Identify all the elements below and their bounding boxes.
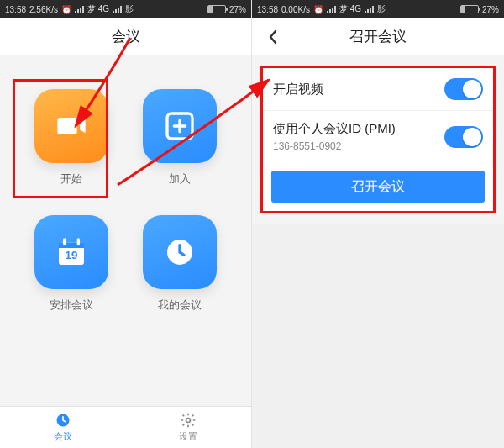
svg-text:19: 19 xyxy=(65,249,77,261)
tile-start[interactable]: 开始 xyxy=(34,89,108,187)
tile-schedule[interactable]: 19 安排会议 xyxy=(34,215,108,313)
svg-rect-3 xyxy=(63,238,66,245)
screen-start-meeting: 13:58 0.00K/s ⏰ 梦 4G 影 27% 召开会议 开启视频 使用个… xyxy=(252,0,504,448)
empty-area xyxy=(252,224,504,448)
bottom-tabs: 会议 设置 xyxy=(0,406,251,448)
clock-icon xyxy=(55,412,71,429)
tab-settings-label: 设置 xyxy=(179,430,197,443)
toggle-pmi[interactable] xyxy=(444,126,483,148)
status-net2: 影 xyxy=(377,3,386,15)
status-time: 13:58 xyxy=(257,5,278,14)
tile-mine[interactable]: 我的会议 xyxy=(143,215,217,313)
row-pmi: 使用个人会议ID (PMI) 136-8551-0902 xyxy=(263,111,493,162)
tile-start-box xyxy=(34,89,108,163)
screen-meetings: 13:58 2.56K/s ⏰ 梦 4G 影 27% 会议 开始 加入 xyxy=(0,0,252,448)
svg-rect-4 xyxy=(76,238,79,245)
page-title: 召开会议 xyxy=(349,27,407,46)
signal-icon xyxy=(75,6,84,13)
video-icon xyxy=(55,109,88,143)
status-net2: 影 xyxy=(125,3,134,15)
status-battery: 27% xyxy=(229,5,246,14)
tile-join[interactable]: 加入 xyxy=(143,89,217,187)
row-video: 开启视频 xyxy=(263,68,493,111)
status-time: 13:58 xyxy=(5,5,26,14)
status-net1: 梦 4G xyxy=(87,3,109,15)
status-speed: 2.56K/s xyxy=(29,5,58,14)
battery-icon xyxy=(460,5,479,13)
toggle-video[interactable] xyxy=(444,78,483,100)
gear-icon xyxy=(180,412,197,429)
clock-icon xyxy=(163,235,197,269)
status-speed: 0.00K/s xyxy=(281,5,310,14)
tile-join-box xyxy=(143,89,217,163)
calendar-icon: 19 xyxy=(55,235,88,269)
row-pmi-value: 136-8551-0902 xyxy=(273,140,396,152)
tile-join-label: 加入 xyxy=(169,171,191,187)
battery-icon xyxy=(207,5,226,13)
tab-settings[interactable]: 设置 xyxy=(126,407,252,448)
svg-rect-2 xyxy=(59,242,84,248)
options-panel: 开启视频 使用个人会议ID (PMI) 136-8551-0902 召开会议 xyxy=(260,66,496,213)
status-net1: 梦 4G xyxy=(339,3,361,15)
signal-icon xyxy=(113,6,122,13)
status-bar: 13:58 2.56K/s ⏰ 梦 4G 影 27% xyxy=(0,0,251,18)
row-pmi-label: 使用个人会议ID (PMI) xyxy=(273,121,396,137)
signal-icon xyxy=(365,6,374,13)
plus-icon xyxy=(163,109,197,143)
tile-mine-label: 我的会议 xyxy=(158,298,202,313)
tab-meetings-label: 会议 xyxy=(54,430,72,443)
signal-icon xyxy=(327,6,336,13)
tile-mine-box xyxy=(143,215,217,289)
chevron-left-icon xyxy=(267,29,279,45)
page-title: 会议 xyxy=(112,27,140,46)
status-bar: 13:58 0.00K/s ⏰ 梦 4G 影 27% xyxy=(252,0,504,18)
tile-grid: 开始 加入 19 安排会议 我的会议 xyxy=(0,55,251,406)
alarm-icon: ⏰ xyxy=(61,5,71,14)
status-battery: 27% xyxy=(482,5,499,14)
alarm-icon: ⏰ xyxy=(313,5,323,14)
tile-schedule-label: 安排会议 xyxy=(50,298,93,313)
tile-schedule-box: 19 xyxy=(34,215,108,289)
nav-bar: 会议 xyxy=(0,18,251,55)
tab-meetings[interactable]: 会议 xyxy=(0,407,126,448)
tile-start-label: 开始 xyxy=(60,171,82,187)
start-meeting-button[interactable]: 召开会议 xyxy=(271,171,485,203)
nav-bar: 召开会议 xyxy=(252,18,504,55)
back-button[interactable] xyxy=(260,18,286,55)
svg-point-8 xyxy=(186,419,191,423)
row-video-label: 开启视频 xyxy=(273,82,323,98)
